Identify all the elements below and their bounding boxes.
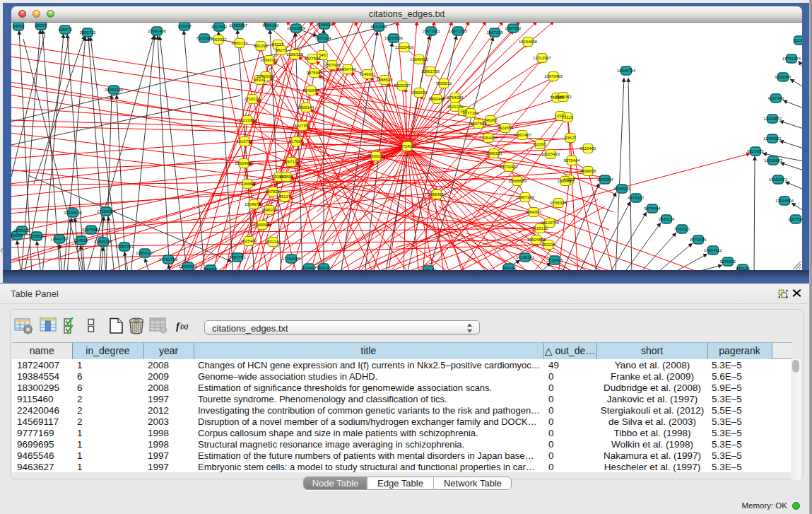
svg-text:10671911: 10671911 [422, 29, 440, 33]
svg-text:16648784: 16648784 [617, 69, 636, 73]
svg-text:3698222: 3698222 [261, 208, 278, 212]
svg-text:9777169: 9777169 [463, 111, 479, 115]
svg-text:9146821: 9146821 [360, 72, 376, 76]
svg-text:17359924: 17359924 [97, 209, 116, 214]
svg-text:1640954: 1640954 [597, 177, 614, 182]
svg-text:405573: 405573 [58, 28, 72, 32]
svg-text:1615132: 1615132 [532, 226, 548, 230]
svg-text:19218506: 19218506 [384, 36, 404, 40]
svg-text:12505135: 12505135 [94, 240, 113, 244]
svg-text:546: 546 [319, 53, 326, 57]
svg-text:6466160: 6466160 [263, 23, 280, 28]
svg-text:746266: 746266 [483, 118, 498, 122]
svg-text:19654983: 19654983 [235, 161, 254, 165]
svg-text:8427552: 8427552 [295, 124, 311, 128]
svg-text:16120746: 16120746 [541, 221, 560, 225]
svg-text:8660123: 8660123 [232, 41, 249, 45]
svg-text:9146828: 9146828 [317, 23, 334, 27]
svg-text:10958107: 10958107 [136, 251, 154, 255]
svg-text:9245652: 9245652 [720, 259, 736, 264]
svg-text:891295: 891295 [254, 44, 268, 48]
svg-text:98901: 98901 [254, 78, 265, 82]
svg-text:20557: 20557 [35, 23, 47, 28]
svg-text:8471676: 8471676 [690, 238, 707, 242]
svg-text:14136141: 14136141 [516, 255, 534, 259]
svg-text:8215955: 8215955 [748, 149, 765, 153]
svg-text:3624554: 3624554 [498, 126, 514, 130]
svg-text:20206536: 20206536 [64, 211, 83, 215]
svg-text:12444151: 12444151 [763, 136, 782, 141]
svg-text:2718126: 2718126 [245, 97, 261, 101]
svg-text:945163: 945163 [502, 266, 516, 270]
svg-text:12325419: 12325419 [395, 45, 413, 49]
svg-text:10688609: 10688609 [508, 179, 526, 183]
svg-text:1067135: 1067135 [487, 30, 504, 35]
svg-text:15751074: 15751074 [782, 57, 801, 61]
svg-text:252214: 252214 [541, 243, 555, 247]
svg-text:12942737: 12942737 [50, 237, 69, 241]
svg-text:12023468: 12023468 [179, 264, 198, 269]
svg-text:98275: 98275 [276, 48, 288, 52]
svg-text:9084067: 9084067 [526, 210, 542, 214]
svg-text:7357224: 7357224 [315, 36, 332, 40]
svg-text:21364436: 21364436 [479, 136, 498, 140]
svg-text:15692971: 15692971 [769, 177, 787, 182]
svg-text:39154: 39154 [11, 233, 23, 238]
svg-text:1010755: 1010755 [237, 139, 254, 144]
svg-text:1588520: 1588520 [377, 78, 394, 82]
svg-text:10653267: 10653267 [229, 23, 247, 28]
svg-text:26053346: 26053346 [105, 88, 124, 92]
svg-text:8186323: 8186323 [287, 52, 304, 57]
svg-text:2935114: 2935114 [659, 217, 675, 221]
svg-text:6479197: 6479197 [628, 196, 645, 200]
svg-text:944562: 944562 [204, 267, 218, 270]
svg-text:1362615: 1362615 [411, 90, 428, 95]
svg-text:8938923: 8938923 [614, 187, 631, 191]
svg-text:19384554: 19384554 [428, 192, 447, 197]
svg-text:153594: 153594 [279, 175, 293, 179]
svg-text:10654112: 10654112 [704, 248, 722, 252]
svg-text:9242848: 9242848 [303, 88, 320, 93]
svg-text:75115: 75115 [562, 115, 574, 119]
svg-text:1535154: 1535154 [420, 268, 437, 270]
svg-text:8454749: 8454749 [340, 67, 356, 71]
svg-text:6794028: 6794028 [447, 95, 464, 100]
svg-text:10807487: 10807487 [513, 133, 531, 137]
svg-text:1527602: 1527602 [211, 25, 228, 29]
svg-text:845125: 845125 [736, 267, 750, 270]
svg-text:7632621: 7632621 [674, 227, 690, 231]
svg-text:1691144: 1691144 [265, 240, 281, 244]
svg-text:9115460: 9115460 [580, 146, 596, 151]
svg-text:10046788: 10046788 [245, 202, 264, 206]
svg-text:23300293: 23300293 [367, 154, 386, 158]
svg-text:9227342: 9227342 [768, 96, 784, 100]
svg-text:12213369: 12213369 [238, 118, 257, 122]
svg-text:12213967: 12213967 [533, 56, 551, 60]
svg-text:7663822: 7663822 [211, 37, 227, 42]
svg-text:9699695: 9699695 [580, 169, 597, 173]
svg-text:33627: 33627 [565, 136, 576, 140]
svg-text:10033809: 10033809 [287, 26, 305, 30]
svg-text:9329966: 9329966 [775, 75, 792, 79]
svg-text:16154808: 16154808 [519, 40, 538, 44]
svg-text:12093872: 12093872 [763, 117, 782, 121]
svg-text:19166825: 19166825 [238, 182, 257, 186]
svg-text:13524861: 13524861 [527, 238, 546, 242]
svg-text:1996321: 1996321 [486, 151, 502, 156]
svg-text:887833: 887833 [266, 189, 280, 194]
svg-text:1435051: 1435051 [14, 228, 30, 233]
svg-text:1167534: 1167534 [788, 217, 802, 221]
svg-text:109337: 109337 [177, 24, 192, 28]
svg-text:16543382: 16543382 [260, 58, 278, 62]
svg-text:2055712: 2055712 [80, 30, 96, 35]
svg-text:1156829: 1156829 [29, 234, 45, 238]
svg-text:114519: 114519 [74, 238, 88, 243]
svg-text:17016504: 17016504 [775, 199, 794, 203]
svg-text:2803144: 2803144 [298, 105, 315, 110]
svg-text:7955812: 7955812 [436, 81, 452, 86]
svg-text:3875685: 3875685 [307, 71, 324, 75]
svg-text:62160: 62160 [534, 142, 546, 146]
svg-text:11123: 11123 [794, 38, 802, 42]
svg-text:2687682: 2687682 [505, 26, 522, 30]
svg-text:7485063: 7485063 [555, 95, 572, 99]
